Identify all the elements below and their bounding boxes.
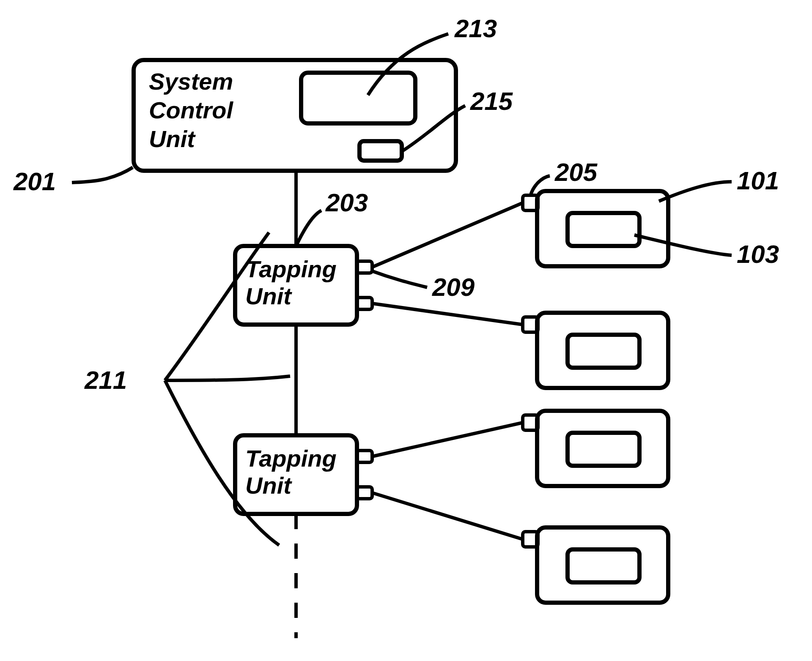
scu-label-1: System xyxy=(149,68,233,95)
tapping-lower-port-b xyxy=(357,487,372,499)
leader-101 xyxy=(659,182,732,201)
tapping-unit-lower: Tapping Unit xyxy=(235,435,372,514)
tapping-unit-upper: Tapping Unit xyxy=(235,246,372,325)
svg-rect-8 xyxy=(537,527,668,603)
scu-sub-block-213 xyxy=(301,73,415,123)
leader-103 xyxy=(634,235,732,255)
conn-tu2-dev3 xyxy=(372,423,523,456)
tapping-lower-label-2: Unit xyxy=(245,472,292,499)
device-1 xyxy=(523,191,668,266)
device-2 xyxy=(523,313,668,388)
leader-213 xyxy=(368,34,448,95)
refnum-203: 203 xyxy=(325,188,368,217)
device-1-inner xyxy=(568,213,639,246)
svg-rect-4 xyxy=(537,313,668,388)
tapping-lower-label-1: Tapping xyxy=(245,445,337,472)
refnum-205: 205 xyxy=(554,158,598,186)
tapping-upper-label-1: Tapping xyxy=(245,256,337,282)
leader-201 xyxy=(72,167,133,183)
svg-rect-5 xyxy=(568,335,639,368)
scu-label-2: Control xyxy=(149,97,234,123)
tapping-upper-port-a xyxy=(357,261,372,273)
scu-label-3: Unit xyxy=(149,126,196,152)
svg-rect-7 xyxy=(568,433,639,466)
conn-tu1-dev1 xyxy=(372,203,523,267)
refnum-211: 211 xyxy=(84,366,127,394)
refnum-201: 201 xyxy=(13,167,56,196)
tapping-lower-port-a xyxy=(357,451,372,462)
diagram-root: System Control Unit 213 215 201 Tapping … xyxy=(0,0,812,661)
leader-203 xyxy=(296,210,321,246)
device-3 xyxy=(523,411,668,486)
refnum-213: 213 xyxy=(454,14,497,43)
leader-209 xyxy=(370,270,427,287)
refnum-103: 103 xyxy=(737,240,779,268)
conn-tu1-dev2 xyxy=(372,303,523,325)
conn-tu2-dev4 xyxy=(372,493,523,539)
refnum-101: 101 xyxy=(737,167,779,195)
leader-211-b xyxy=(165,376,290,380)
system-control-unit-block: System Control Unit xyxy=(134,60,456,171)
refnum-215: 215 xyxy=(470,87,513,115)
svg-rect-9 xyxy=(568,549,639,582)
svg-rect-6 xyxy=(537,411,668,486)
tapping-upper-port-b xyxy=(357,298,372,309)
tapping-upper-label-2: Unit xyxy=(245,283,292,309)
device-4 xyxy=(523,527,668,603)
svg-rect-3 xyxy=(537,191,668,266)
refnum-209: 209 xyxy=(432,273,475,301)
scu-sub-block-215 xyxy=(359,141,402,161)
